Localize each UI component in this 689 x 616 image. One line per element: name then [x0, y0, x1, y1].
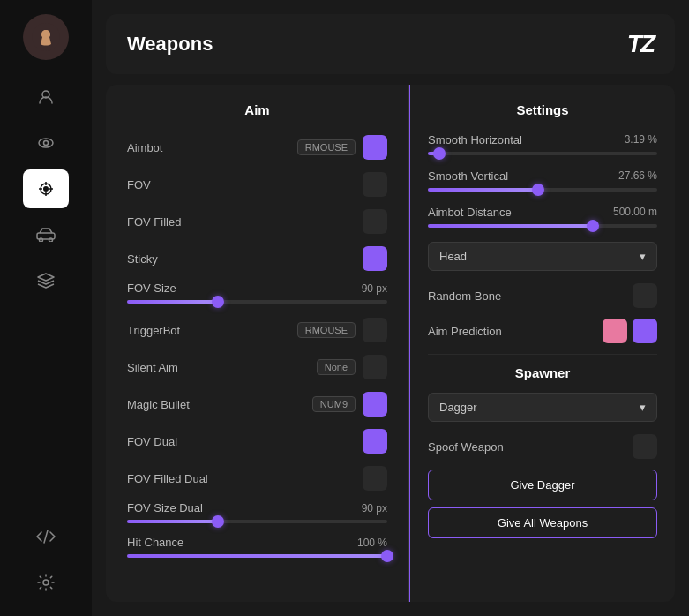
smooth-h-setting: Smooth Horizontal 3.19 % [428, 133, 657, 155]
silent-aim-row: Silent Aim None [127, 353, 387, 381]
triggerbot-label: TriggerBot [127, 324, 180, 337]
sticky-row: Sticky [127, 244, 387, 273]
triggerbot-key[interactable]: RMOUSE [297, 322, 356, 338]
smooth-h-track[interactable] [428, 152, 657, 155]
fov-dual-value: 90 px [362, 502, 387, 515]
content-panel: Aim Aimbot RMOUSE FOV FOV Filled [106, 85, 675, 602]
silent-aim-toggle[interactable] [363, 355, 387, 379]
fov-label: FOV [127, 178, 151, 192]
aimbot-dist-thumb[interactable] [587, 220, 599, 232]
fov-dual-fill [127, 520, 218, 523]
sidebar-item-code[interactable] [23, 517, 69, 556]
aimbot-key[interactable]: RMOUSE [297, 139, 356, 155]
fov-toggle[interactable] [363, 172, 387, 197]
aimbot-controls: RMOUSE [297, 135, 387, 160]
fov-size-value: 90 px [362, 282, 387, 295]
svg-line-14 [44, 530, 48, 543]
svg-point-15 [43, 580, 49, 585]
aimbot-dist-fill [428, 224, 593, 228]
header: Weapons TZ [106, 14, 675, 74]
fov-size-slider: FOV Size 90 px [127, 282, 387, 304]
aimbot-dist-setting: Aimbot Distance 500.00 m [428, 206, 657, 228]
hit-chance-track[interactable] [127, 554, 387, 558]
bone-dropdown-label: Head [439, 250, 467, 263]
magic-bullet-key[interactable]: NUM9 [312, 396, 356, 412]
silent-aim-label: Silent Aim [127, 361, 178, 374]
magic-bullet-label: Magic Bullet [127, 398, 190, 411]
fov-dual-thumb[interactable] [212, 515, 224, 528]
bone-dropdown-chevron: ▾ [640, 250, 646, 263]
logo: TZ [627, 30, 654, 58]
smooth-v-label: Smooth Vertical [428, 169, 508, 183]
magic-bullet-controls: NUM9 [312, 392, 387, 417]
hit-chance-slider: Hit Chance 100 % [127, 536, 387, 558]
smooth-v-thumb[interactable] [532, 184, 544, 196]
hit-chance-value: 100 % [357, 537, 387, 549]
random-bone-toggle[interactable] [633, 283, 657, 308]
fov-filled-dual-toggle[interactable] [363, 466, 387, 491]
aimbot-dist-label: Aimbot Distance [428, 206, 512, 219]
avatar[interactable] [23, 14, 69, 60]
aimbot-dist-value: 500.00 m [613, 206, 657, 219]
triggerbot-toggle[interactable] [363, 318, 387, 342]
sidebar-item-user[interactable] [23, 78, 69, 116]
sidebar-item-car[interactable] [23, 215, 69, 254]
fov-size-fill [127, 300, 218, 304]
smooth-v-track[interactable] [428, 188, 657, 192]
hit-chance-fill [127, 554, 387, 558]
svg-point-4 [44, 141, 49, 146]
aim-section-title: Aim [127, 102, 387, 117]
bone-dropdown[interactable]: Head ▾ [428, 242, 657, 271]
svg-point-1 [41, 30, 50, 39]
svg-point-3 [39, 139, 53, 147]
spoof-weapon-toggle[interactable] [633, 434, 657, 459]
give-dagger-button[interactable]: Give Dagger [428, 470, 657, 500]
fov-size-track[interactable] [127, 300, 387, 304]
fov-size-thumb[interactable] [212, 296, 224, 308]
fov-dual-track[interactable] [127, 520, 387, 523]
sidebar-item-layers[interactable] [23, 261, 69, 300]
aim-pred-color2[interactable] [633, 319, 657, 343]
aim-pred-label: Aim Prediction [428, 325, 502, 338]
sticky-toggle[interactable] [363, 246, 387, 271]
main-content: Weapons TZ Aim Aimbot RMOUSE FOV FOV F [92, 0, 689, 616]
magic-bullet-row: Magic Bullet NUM9 [127, 390, 387, 418]
fov-size-label: FOV Size [127, 282, 176, 295]
smooth-h-thumb[interactable] [433, 147, 446, 160]
fov-dual-toggle[interactable] [363, 429, 387, 454]
settings-column: Settings Smooth Horizontal 3.19 % Smooth… [410, 85, 675, 602]
weapon-dropdown[interactable]: Dagger ▾ [428, 393, 657, 422]
magic-bullet-toggle[interactable] [363, 392, 387, 417]
hit-chance-thumb[interactable] [381, 550, 393, 562]
smooth-h-value: 3.19 % [625, 133, 657, 146]
random-bone-row: Random Bone [428, 282, 657, 310]
random-bone-label: Random Bone [428, 289, 501, 303]
sidebar-item-settings[interactable] [23, 563, 69, 602]
fov-filled-toggle[interactable] [363, 209, 387, 234]
sidebar-item-eye[interactable] [23, 124, 69, 162]
fov-row: FOV [127, 170, 387, 199]
fov-filled-dual-row: FOV Filled Dual [127, 464, 387, 492]
fov-filled-dual-label: FOV Filled Dual [127, 472, 208, 485]
fov-filled-row: FOV Filled [127, 207, 387, 236]
spoof-weapon-label: Spoof Weapon [428, 440, 504, 454]
svg-point-12 [40, 238, 43, 242]
aimbot-row: Aimbot RMOUSE [127, 133, 387, 162]
settings-title: Settings [428, 102, 657, 117]
give-all-weapons-button[interactable]: Give All Weapons [428, 507, 657, 538]
weapon-dropdown-chevron: ▾ [640, 401, 646, 414]
triggerbot-row: TriggerBot RMOUSE [127, 316, 387, 344]
sidebar-item-target[interactable] [23, 169, 69, 208]
triggerbot-controls: RMOUSE [297, 318, 387, 342]
aimbot-toggle[interactable] [363, 135, 387, 160]
aimbot-dist-track[interactable] [428, 224, 657, 228]
fov-dual-label2: FOV Size Dual [127, 501, 203, 515]
sidebar [0, 0, 92, 616]
fov-dual-label: FOV Dual [127, 435, 177, 448]
fov-filled-label: FOV Filled [127, 215, 181, 229]
sticky-label: Sticky [127, 252, 158, 266]
svg-point-13 [49, 238, 53, 242]
silent-aim-key[interactable]: None [317, 359, 356, 375]
aim-pred-row: Aim Prediction [428, 319, 657, 343]
aim-pred-color1[interactable] [603, 319, 627, 343]
